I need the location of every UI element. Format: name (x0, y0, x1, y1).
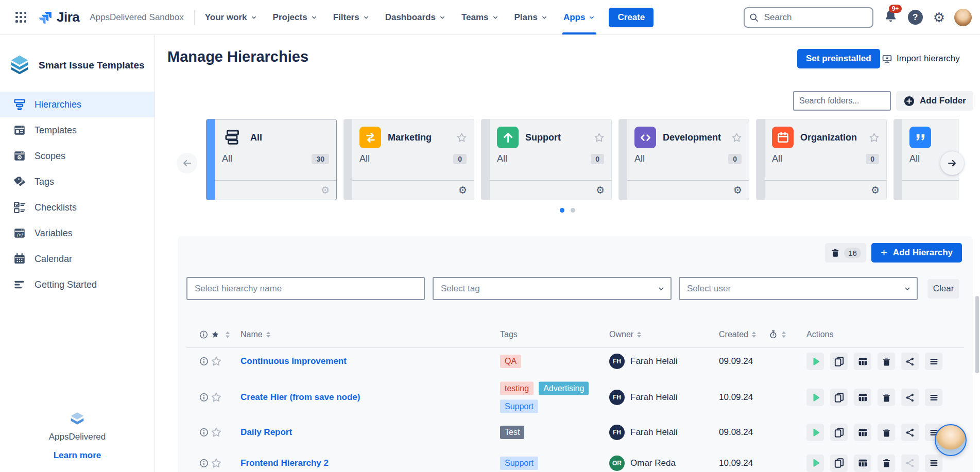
favorite-star-icon[interactable] (456, 132, 468, 144)
favorite-star-icon[interactable] (210, 391, 222, 404)
copy-button[interactable] (830, 389, 848, 406)
carousel-dot-2[interactable] (571, 208, 575, 213)
settings-button[interactable]: ⚙ (933, 11, 945, 24)
nav-item-apps[interactable]: Apps (563, 0, 596, 34)
carousel-prev-button[interactable] (177, 153, 197, 173)
delete-button[interactable] (878, 424, 895, 441)
info-icon[interactable] (199, 392, 209, 403)
copy-button[interactable] (830, 454, 848, 472)
run-button[interactable] (806, 454, 824, 472)
column-name[interactable]: Name (240, 330, 270, 339)
folder-settings-icon[interactable]: ⚙ (871, 184, 880, 196)
copy-button[interactable] (830, 353, 848, 370)
nav-item-teams[interactable]: Teams (461, 0, 499, 34)
info-icon[interactable] (199, 458, 209, 468)
favorite-star-icon[interactable] (731, 132, 743, 144)
folder-card-all[interactable]: AllAll30⚙ (206, 119, 337, 200)
sidebar-item-calendar[interactable]: Calendar (0, 246, 154, 272)
clear-filters-button[interactable]: Clear (927, 279, 959, 299)
user-select[interactable] (679, 277, 918, 300)
column-updated[interactable] (768, 330, 786, 340)
table-button[interactable] (854, 353, 871, 370)
nav-item-your-work[interactable]: Your work (205, 0, 257, 34)
share-button[interactable] (901, 389, 919, 406)
share-button[interactable] (901, 424, 919, 441)
sidebar-item-templates[interactable]: Templates (0, 117, 154, 143)
nav-item-dashboards[interactable]: Dashboards (385, 0, 446, 34)
notifications-button[interactable]: 9+ (884, 9, 898, 25)
card-header: Development (634, 127, 743, 148)
hierarchy-name-input[interactable] (186, 277, 425, 300)
search-input[interactable] (744, 7, 873, 28)
hierarchy-name-link[interactable]: Daily Report (240, 427, 292, 438)
set-preinstalled-button[interactable]: Set preinstalled (797, 49, 880, 68)
carousel-dot-1[interactable] (560, 208, 564, 213)
add-hierarchy-button[interactable]: + Add Hierarchy (871, 243, 962, 263)
copy-button[interactable] (830, 424, 848, 441)
share-button[interactable] (901, 454, 919, 472)
favorite-star-icon[interactable] (210, 426, 222, 439)
favorite-column-icon[interactable] (211, 330, 220, 339)
sidebar-item-variables[interactable]: (x)Variables (0, 220, 154, 246)
info-icon[interactable] (199, 356, 209, 366)
info-icon[interactable] (199, 427, 209, 438)
owner-cell: OROmar Reda (609, 456, 676, 471)
folder-settings-icon[interactable]: ⚙ (321, 184, 330, 196)
support-chat-widget[interactable] (935, 424, 967, 456)
table-button[interactable] (854, 424, 871, 441)
folder-card-marketing[interactable]: MarketingAll0⚙ (343, 119, 474, 200)
favorite-star-icon[interactable] (210, 355, 222, 368)
folder-search-input[interactable] (793, 91, 891, 111)
folder-card-organization[interactable]: OrganizationAll0⚙ (756, 119, 887, 200)
learn-more-link[interactable]: Learn more (0, 450, 154, 461)
nav-item-filters[interactable]: Filters (333, 0, 370, 34)
delete-button[interactable] (878, 389, 895, 406)
hierarchy-name-link[interactable]: Frontend Hierarchy 2 (240, 458, 329, 468)
run-button[interactable] (806, 389, 824, 406)
help-button[interactable]: ? (908, 10, 923, 25)
tags-cell: testingAdvertisingSupport (500, 382, 589, 413)
delete-button[interactable] (878, 454, 895, 472)
nav-item-plans[interactable]: Plans (514, 0, 548, 34)
favorite-star-icon[interactable] (210, 457, 222, 469)
delete-button[interactable] (878, 353, 895, 370)
run-button[interactable] (806, 353, 824, 370)
menu-button[interactable] (925, 353, 942, 370)
jira-logo[interactable]: Jira (38, 9, 79, 25)
add-folder-button[interactable]: Add Folder (896, 91, 973, 111)
bulk-delete-button[interactable]: 16 (825, 243, 866, 263)
table-button[interactable] (854, 454, 871, 472)
create-button[interactable]: Create (609, 8, 654, 27)
import-hierarchy-button[interactable]: Import hierarchy (882, 49, 960, 68)
table-button[interactable] (854, 389, 871, 406)
sidebar-item-checklists[interactable]: Checklists (0, 195, 154, 220)
run-button[interactable] (806, 424, 824, 441)
sidebar-item-getting-started[interactable]: Getting Started (0, 272, 154, 298)
tag-select[interactable] (433, 277, 672, 300)
sidebar-item-scopes[interactable]: Scopes (0, 143, 154, 169)
menu-button[interactable] (925, 454, 942, 472)
sidebar-item-hierarchies[interactable]: Hierarchies (0, 92, 154, 117)
hierarchy-name-link[interactable]: Continuous Improvement (240, 356, 347, 366)
folder-settings-icon[interactable]: ⚙ (733, 184, 742, 196)
column-created[interactable]: Created (719, 330, 756, 339)
scrollbar[interactable] (975, 296, 979, 373)
user-avatar[interactable] (954, 9, 972, 26)
favorite-star-icon[interactable] (593, 132, 605, 144)
carousel-next-button[interactable] (940, 151, 964, 175)
menu-button[interactable] (925, 389, 942, 406)
card-stripe (894, 119, 902, 200)
folder-card-development[interactable]: DevelopmentAll0⚙ (618, 119, 749, 200)
app-switcher-icon[interactable] (15, 12, 27, 23)
folder-settings-icon[interactable]: ⚙ (596, 184, 605, 196)
share-button[interactable] (901, 353, 919, 370)
favorite-star-icon[interactable] (868, 132, 880, 144)
tag-advertising: Advertising (539, 382, 589, 395)
hierarchy-name-link[interactable]: Create Hier (from save node) (240, 392, 360, 403)
folder-card-support[interactable]: SupportAll0⚙ (481, 119, 612, 200)
sidebar-item-tags[interactable]: Tags (0, 169, 154, 195)
favorite-sort[interactable] (222, 331, 230, 338)
nav-item-projects[interactable]: Projects (273, 0, 318, 34)
folder-settings-icon[interactable]: ⚙ (458, 184, 467, 196)
column-owner[interactable]: Owner (609, 330, 641, 339)
